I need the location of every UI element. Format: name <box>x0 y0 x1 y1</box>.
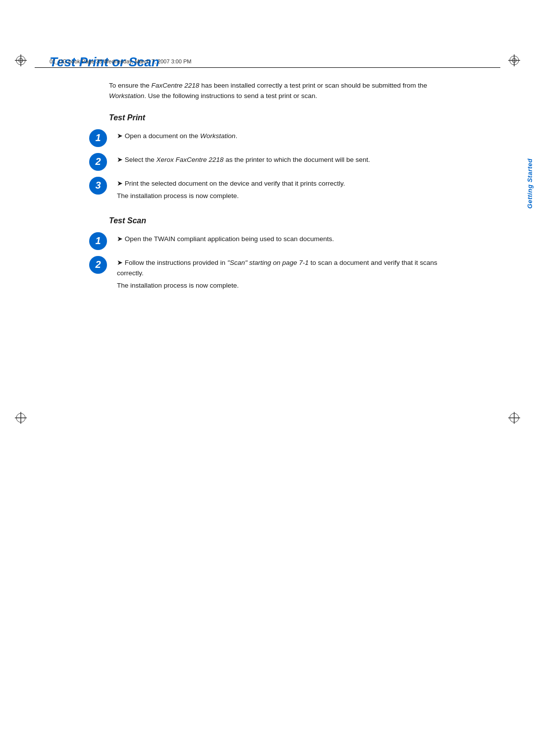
header-meta: 01_UG.book Page 33 Wednesday, March 7, 2… <box>50 58 191 64</box>
page: 01_UG.book Page 33 Wednesday, March 7, 2… <box>0 40 535 756</box>
scan-step-2-sub: The installation process is now complete… <box>117 281 466 291</box>
step-2-italic: Xerox FaxCentre 2218 <box>157 156 224 163</box>
header-meta-text: 01_UG.book Page 33 Wednesday, March 7, 2… <box>50 58 191 64</box>
side-tab: Getting Started <box>524 158 535 208</box>
step-number-3: 3 <box>89 177 107 195</box>
scan-step-1-text: ➤ Open the TWAIN compliant application b… <box>117 234 466 245</box>
step-1-text: ➤ Open a document on the Workstation. <box>117 131 466 142</box>
step-3-sub: The installation process is now complete… <box>117 191 466 202</box>
test-print-step-3: 3 ➤ Print the selected document on the d… <box>89 177 466 202</box>
scan-step-2-italic: "Scan" starting on page 7-1 <box>227 259 309 266</box>
reg-mark-mid-right <box>507 411 521 425</box>
step-3-content: ➤ Print the selected document on the dev… <box>117 177 466 202</box>
test-scan-step-1: 1 ➤ Open the TWAIN compliant application… <box>89 232 466 250</box>
test-print-step-2: 2 ➤ Select the Xerox FaxCentre 2218 as t… <box>89 153 466 171</box>
scan-step-2-content: ➤ Follow the instructions provided in "S… <box>117 256 466 291</box>
step-1-content: ➤ Open a document on the Workstation. <box>117 129 466 142</box>
top-border-line <box>35 67 500 68</box>
test-print-heading: Test Print <box>109 113 495 122</box>
reg-mark-top-right <box>507 53 521 67</box>
test-print-step-1: 1 ➤ Open a document on the Workstation. <box>89 129 466 147</box>
section-gap-1 <box>45 207 495 216</box>
reg-mark-top-left <box>14 53 28 67</box>
step-1-italic: Workstation <box>200 132 235 140</box>
step-3-text: ➤ Print the selected document on the dev… <box>117 179 466 189</box>
intro-paragraph: To ensure the FaxCentre 2218 has been in… <box>109 81 466 101</box>
test-scan-heading: Test Scan <box>109 216 495 225</box>
step-2-text: ➤ Select the Xerox FaxCentre 2218 as the… <box>117 155 466 165</box>
intro-italic-workstation: Workstation <box>109 92 144 100</box>
step-2-content: ➤ Select the Xerox FaxCentre 2218 as the… <box>117 153 466 165</box>
scan-step-1-content: ➤ Open the TWAIN compliant application b… <box>117 232 466 245</box>
scan-step-2-text: ➤ Follow the instructions provided in "S… <box>117 258 466 279</box>
reg-mark-mid-left <box>14 411 28 425</box>
step-number-1: 1 <box>89 129 107 147</box>
step-number-2: 2 <box>89 153 107 171</box>
intro-italic-product: FaxCentre 2218 <box>152 82 200 89</box>
side-tab-label: Getting Started <box>526 158 534 208</box>
test-print-heading-text: Test Print <box>109 113 145 122</box>
test-scan-step-2: 2 ➤ Follow the instructions provided in … <box>89 256 466 291</box>
scan-step-number-2: 2 <box>89 256 107 274</box>
scan-step-number-1: 1 <box>89 232 107 250</box>
main-content: Test Print or Scan To ensure the FaxCent… <box>45 40 495 291</box>
test-scan-heading-text: Test Scan <box>109 216 146 225</box>
